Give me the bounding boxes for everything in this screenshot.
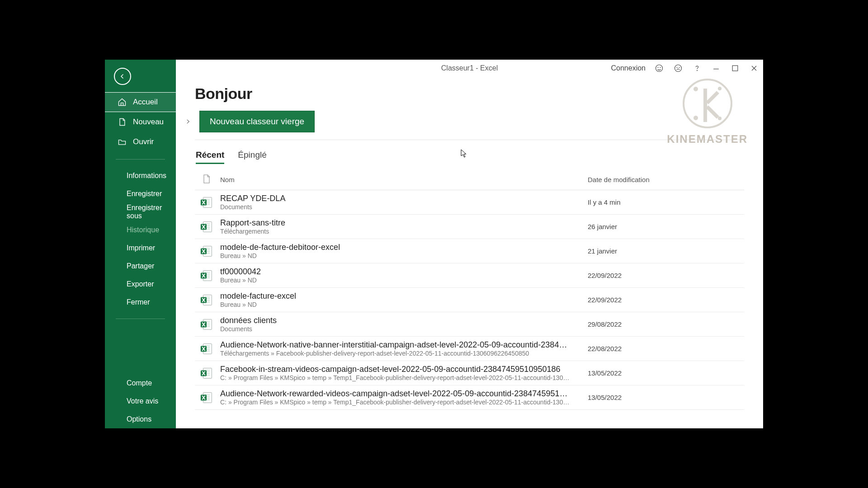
- chevron-right-icon: [185, 118, 191, 125]
- sidebar-item-save-as[interactable]: Enregistrer sous: [105, 203, 176, 221]
- sidebar-item-label: Exporter: [127, 280, 154, 288]
- sidebar-item-share[interactable]: Partager: [105, 257, 176, 275]
- file-date: 22/09/2022: [588, 296, 741, 304]
- file-name: données clients: [220, 316, 588, 325]
- sidebar-item-feedback[interactable]: Votre avis: [105, 392, 176, 410]
- file-date: 22/08/2022: [588, 345, 741, 352]
- recent-file-row[interactable]: tf00000042 Bureau » ND 22/09/2022: [195, 263, 744, 288]
- back-button[interactable]: [114, 68, 131, 85]
- file-path: C: » Program Files » KMSpico » temp » Te…: [220, 399, 588, 406]
- back-arrow-icon: [118, 72, 127, 80]
- maximize-icon[interactable]: [730, 63, 741, 74]
- new-file-icon: [118, 117, 127, 127]
- file-name: Audience-Network-rewarded-videos-campaig…: [220, 389, 588, 399]
- recent-file-row[interactable]: Rapport-sans-titre Téléchargements 26 ja…: [195, 215, 744, 239]
- recent-file-row[interactable]: Audience-Network-rewarded-videos-campaig…: [195, 385, 744, 410]
- sidebar-item-close[interactable]: Fermer: [105, 293, 176, 311]
- file-path: Bureau » ND: [220, 301, 588, 308]
- file-name: modele-de-facture-debitoor-excel: [220, 243, 588, 252]
- open-folder-icon: [118, 137, 127, 146]
- file-name: Audience-Network-native-banner-interstit…: [220, 340, 588, 350]
- tab-label: Épinglé: [238, 150, 266, 160]
- sidebar-item-history: Historique: [105, 221, 176, 239]
- file-icon: [203, 174, 211, 184]
- svg-point-3: [675, 65, 682, 72]
- sidebar-item-label: Accueil: [133, 98, 158, 107]
- recent-file-row[interactable]: modele-facture-excel Bureau » ND 22/09/2…: [195, 288, 744, 312]
- sidebar-item-options[interactable]: Options: [105, 410, 176, 428]
- sidebar-item-label: Enregistrer sous: [127, 204, 176, 220]
- excel-file-icon: [198, 293, 216, 307]
- file-path: Documents: [220, 203, 588, 211]
- sidebar-item-save[interactable]: Enregistrer: [105, 185, 176, 203]
- svg-point-0: [656, 65, 663, 72]
- svg-point-1: [658, 67, 658, 68]
- tab-pinned[interactable]: Épinglé: [238, 150, 266, 164]
- signin-link[interactable]: Connexion: [611, 64, 646, 72]
- sidebar-item-label: Imprimer: [127, 244, 155, 252]
- window-title: Classeur1 - Excel: [441, 64, 498, 72]
- excel-file-icon: [198, 220, 216, 234]
- sidebar-item-export[interactable]: Exporter: [105, 275, 176, 293]
- excel-file-icon: [198, 269, 216, 282]
- column-modified[interactable]: Date de modification: [588, 176, 741, 183]
- excel-file-icon: [198, 366, 216, 380]
- file-date: 22/09/2022: [588, 272, 741, 279]
- sidebar-item-home[interactable]: Accueil: [105, 92, 176, 112]
- frown-icon[interactable]: [673, 63, 684, 74]
- sidebar-item-account[interactable]: Compte: [105, 374, 176, 392]
- file-path: Bureau » ND: [220, 252, 588, 259]
- file-path: Bureau » ND: [220, 277, 588, 284]
- recent-file-row[interactable]: Facebook-in-stream-videos-campaign-adset…: [195, 361, 744, 385]
- tab-label: Récent: [196, 150, 224, 160]
- sidebar-item-label: Fermer: [127, 298, 150, 306]
- file-path: C: » Program Files » KMSpico » temp » Te…: [220, 374, 588, 381]
- sidebar-item-open[interactable]: Ouvrir: [105, 132, 176, 152]
- sidebar: Accueil Nouveau Ouvrir Informations Enre…: [105, 60, 176, 428]
- file-name: Rapport-sans-titre: [220, 218, 588, 228]
- excel-file-icon: [198, 391, 216, 404]
- new-blank-workbook-button[interactable]: Nouveau classeur vierge: [199, 111, 315, 132]
- sidebar-item-new[interactable]: Nouveau: [105, 112, 176, 132]
- file-date: 26 janvier: [588, 223, 741, 230]
- titlebar: Classeur1 - Excel Connexion: [176, 60, 763, 77]
- sidebar-item-label: Votre avis: [127, 397, 158, 405]
- svg-point-6: [697, 70, 698, 71]
- file-name: Facebook-in-stream-videos-campaign-adset…: [220, 365, 588, 374]
- smile-icon[interactable]: [654, 63, 665, 74]
- templates-expand[interactable]: [183, 117, 193, 127]
- sidebar-item-print[interactable]: Imprimer: [105, 239, 176, 257]
- new-blank-workbook-label: Nouveau classeur vierge: [210, 117, 304, 126]
- file-name: tf00000042: [220, 267, 588, 277]
- recent-file-row[interactable]: Audience-Network-native-banner-interstit…: [195, 337, 744, 361]
- sidebar-item-label: Ouvrir: [133, 137, 154, 146]
- svg-rect-7: [732, 66, 738, 71]
- tab-recent[interactable]: Récent: [196, 150, 224, 164]
- sidebar-item-label: Compte: [127, 379, 152, 387]
- excel-file-icon: [198, 196, 216, 209]
- close-icon[interactable]: [749, 63, 760, 74]
- sidebar-item-info[interactable]: Informations: [105, 167, 176, 185]
- file-path: Documents: [220, 325, 588, 333]
- svg-point-2: [660, 67, 660, 68]
- minimize-icon[interactable]: [711, 63, 722, 74]
- list-header: Nom Date de modification: [195, 170, 744, 190]
- file-name: RECAP YDE-DLA: [220, 194, 588, 203]
- file-name: modele-facture-excel: [220, 291, 588, 301]
- column-name[interactable]: Nom: [216, 176, 588, 183]
- recent-tabs: Récent Épinglé: [196, 150, 744, 164]
- file-date: 21 janvier: [588, 247, 741, 255]
- file-date: Il y a 4 min: [588, 198, 741, 206]
- recent-file-row[interactable]: modele-de-facture-debitoor-excel Bureau …: [195, 239, 744, 263]
- file-date: 29/08/2022: [588, 320, 741, 328]
- sidebar-item-label: Informations: [127, 172, 166, 180]
- sidebar-item-label: Enregistrer: [127, 190, 162, 198]
- home-icon: [118, 98, 127, 107]
- recent-files-list: RECAP YDE-DLA Documents Il y a 4 min Rap…: [195, 190, 744, 410]
- recent-file-row[interactable]: données clients Documents 29/08/2022: [195, 312, 744, 337]
- file-path: Téléchargements » Facebook-publisher-del…: [220, 350, 588, 357]
- recent-file-row[interactable]: RECAP YDE-DLA Documents Il y a 4 min: [195, 190, 744, 215]
- help-icon[interactable]: [692, 63, 703, 74]
- greeting-title: Bonjour: [195, 85, 744, 103]
- file-path: Téléchargements: [220, 228, 588, 235]
